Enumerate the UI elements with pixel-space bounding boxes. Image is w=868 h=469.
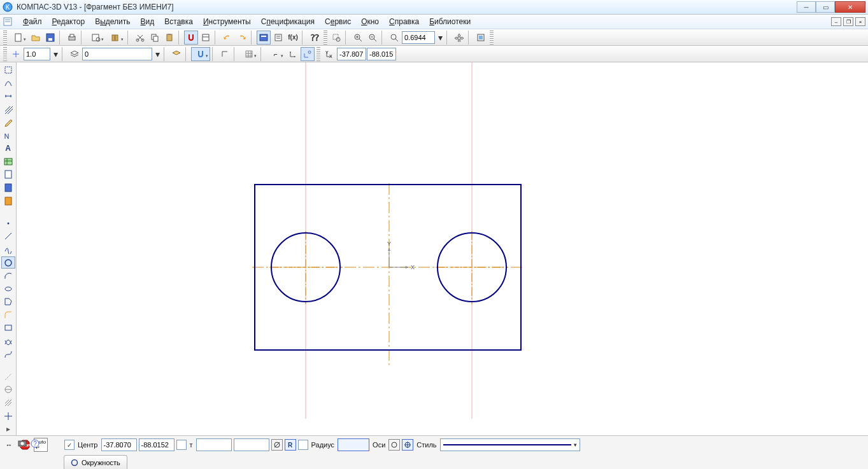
zoom-out-button[interactable]	[366, 31, 380, 45]
menu-help[interactable]: Справка	[384, 16, 424, 27]
tool-fillet[interactable]	[1, 309, 15, 321]
document-icon[interactable]	[3, 17, 13, 27]
maximize-button[interactable]: ▭	[816, 1, 835, 13]
tool-signs[interactable]	[1, 195, 15, 207]
t-y-input[interactable]	[234, 438, 269, 451]
grip[interactable]	[490, 31, 494, 45]
save-button[interactable]	[43, 31, 57, 45]
mdi-restore[interactable]: ❐	[843, 17, 853, 26]
tool-table[interactable]	[1, 155, 15, 168]
close-button[interactable]: ✕	[835, 1, 865, 13]
center-y-input[interactable]	[139, 438, 174, 451]
doc-manager-button[interactable]	[271, 31, 285, 45]
zoom-dropdown[interactable]: ▾	[436, 31, 445, 45]
layer-icon[interactable]	[68, 47, 82, 61]
menu-window[interactable]: Окно	[356, 16, 384, 27]
tool-aux-line[interactable]	[1, 370, 15, 383]
menu-insert[interactable]: Вставка	[159, 16, 198, 27]
mdi-close[interactable]: ×	[855, 17, 865, 26]
t-x-input[interactable]	[196, 438, 232, 451]
mdi-minimize[interactable]: –	[831, 17, 841, 26]
round-button[interactable]: ⌐	[266, 47, 285, 61]
coord-x-input[interactable]	[337, 48, 366, 60]
lcs-button[interactable]	[286, 47, 300, 61]
tool-param[interactable]	[1, 129, 15, 142]
help-pointer-button[interactable]: ⁇	[308, 31, 322, 45]
scale-dropdown[interactable]: ▾	[51, 47, 60, 61]
t-lock-checkbox[interactable]	[176, 440, 187, 450]
zoom-window-button[interactable]	[329, 31, 343, 45]
paste-button[interactable]	[162, 31, 176, 45]
snap-toggle[interactable]	[184, 31, 198, 45]
grip[interactable]	[317, 47, 320, 61]
grid-button[interactable]	[239, 47, 259, 61]
cut-button[interactable]	[133, 31, 147, 45]
tool-circle[interactable]	[1, 256, 15, 269]
new-doc-button[interactable]	[9, 31, 28, 45]
grip[interactable]	[3, 47, 7, 61]
preview-button[interactable]	[87, 31, 106, 45]
menu-service[interactable]: Сервис	[320, 16, 356, 27]
layer-input[interactable]	[82, 48, 152, 60]
tool-ellipse[interactable]	[1, 283, 15, 295]
zoom-in-button[interactable]	[351, 31, 365, 45]
step-button[interactable]	[9, 47, 23, 61]
variables-button[interactable]: f(x)	[286, 31, 300, 45]
menu-file[interactable]: Файл	[18, 16, 47, 27]
fit-button[interactable]	[474, 31, 488, 45]
tool-axes[interactable]	[1, 410, 15, 423]
zoom-value-input[interactable]	[402, 31, 435, 44]
redo-button[interactable]	[235, 31, 249, 45]
tool-curve[interactable]	[1, 77, 15, 90]
tool-expand[interactable]: ▸	[1, 423, 15, 435]
radius-input[interactable]	[338, 438, 369, 451]
tool-spline[interactable]	[1, 243, 15, 256]
print-button[interactable]	[65, 31, 79, 45]
tool-text[interactable]: А	[1, 142, 15, 155]
tool-report[interactable]	[1, 181, 15, 194]
tool-polygon[interactable]	[1, 335, 15, 347]
grip[interactable]	[3, 31, 7, 45]
camera-button[interactable]	[18, 438, 28, 451]
libs-button[interactable]	[106, 31, 125, 45]
tool-contour[interactable]	[1, 296, 15, 309]
center-x-input[interactable]	[101, 438, 137, 451]
properties-button[interactable]	[199, 31, 213, 45]
tool-spec[interactable]	[1, 169, 15, 181]
drawing-canvas[interactable]: X Y	[17, 62, 868, 435]
center-lock-checkbox[interactable]: ✓	[64, 440, 75, 450]
layer-dropdown[interactable]: ▾	[153, 47, 162, 61]
ortho-button[interactable]	[218, 47, 232, 61]
tool-edit[interactable]	[1, 116, 15, 129]
layers-config-button[interactable]	[169, 47, 183, 61]
tool-hatch2[interactable]	[1, 396, 15, 409]
radius-lock-checkbox[interactable]	[298, 440, 308, 450]
tool-bezier[interactable]	[1, 348, 15, 361]
radius-mode[interactable]: R	[285, 439, 296, 451]
zoom-scale-button[interactable]	[387, 31, 401, 45]
tool-point[interactable]	[1, 217, 15, 230]
minimize-button[interactable]: ─	[797, 1, 816, 13]
tool-hatch[interactable]	[1, 103, 15, 116]
diameter-mode[interactable]	[271, 439, 283, 451]
menu-libs[interactable]: Библиотеки	[424, 16, 476, 27]
tool-select[interactable]	[1, 64, 15, 76]
menu-view[interactable]: Вид	[136, 16, 160, 27]
snap-settings-button[interactable]	[191, 47, 210, 61]
tool-axis[interactable]	[1, 384, 15, 396]
tool-dim[interactable]	[1, 90, 15, 102]
ucs-toggle[interactable]	[301, 47, 315, 61]
menu-tools[interactable]: Инструменты	[198, 16, 256, 27]
manager-button[interactable]	[257, 31, 271, 45]
expand-button[interactable]: ↔	[2, 438, 16, 452]
copy-button[interactable]	[148, 31, 162, 45]
undo-button[interactable]	[220, 31, 234, 45]
tool-arc[interactable]	[1, 269, 15, 282]
axes-on[interactable]	[402, 439, 413, 451]
tool-line[interactable]	[1, 230, 15, 243]
coord-y-input[interactable]	[367, 48, 396, 60]
scale-input[interactable]	[24, 48, 50, 60]
menu-select[interactable]: Выделить	[90, 16, 135, 27]
doc-tab-circle[interactable]: Окружность	[64, 455, 127, 469]
menu-spec[interactable]: Спецификация	[256, 16, 320, 27]
